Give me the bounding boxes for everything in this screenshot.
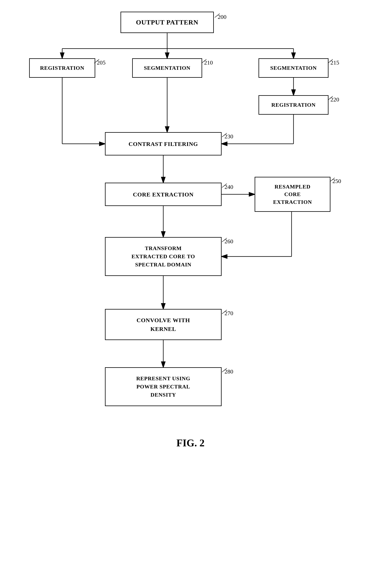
- ref-tick-280: [221, 367, 229, 373]
- registration-205-box: REGISTRATION: [29, 58, 95, 78]
- flow-arrows: [0, 0, 380, 588]
- ref-tick-200: [214, 13, 222, 18]
- contrast-filtering-box: CONTRAST FILTERING: [105, 132, 222, 155]
- fig-caption: FIG. 2: [146, 437, 235, 449]
- svg-line-20: [94, 59, 99, 63]
- ref-tick-250: [329, 177, 337, 183]
- svg-line-27: [222, 238, 227, 242]
- svg-line-29: [222, 368, 227, 372]
- svg-line-21: [202, 59, 207, 63]
- registration-220-box: REGISTRATION: [259, 95, 328, 115]
- segmentation-210-box: SEGMENTATION: [132, 58, 202, 78]
- ref-tick-260: [221, 237, 229, 243]
- ref-tick-210: [201, 58, 208, 64]
- ref-tick-270: [221, 309, 229, 315]
- segmentation-215-box: SEGMENTATION: [259, 58, 328, 78]
- transform-spectral-box: TRANSFORM EXTRACTED CORE TO SPECTRAL DOM…: [105, 237, 222, 276]
- svg-line-26: [330, 178, 335, 182]
- svg-line-28: [222, 310, 227, 314]
- svg-line-23: [328, 96, 333, 100]
- ref-tick-220: [327, 95, 335, 101]
- ref-tick-240: [221, 183, 229, 188]
- power-spectral-density-box: REPRESENT USING POWER SPECTRAL DENSITY: [105, 367, 222, 406]
- output-pattern-box: OUTPUT PATTERN: [120, 12, 214, 33]
- convolve-kernel-box: CONVOLVE WITH KERNEL: [105, 309, 222, 340]
- ref-tick-205: [93, 58, 101, 64]
- ref-tick-230: [221, 132, 229, 138]
- ref-tick-215: [327, 58, 335, 64]
- svg-line-25: [222, 184, 227, 187]
- resampled-core-extraction-box: RESAMPLED CORE EXTRACTION: [255, 177, 330, 212]
- svg-line-24: [222, 133, 227, 137]
- diagram-container: OUTPUT PATTERN 200 REGISTRATION 205 SEGM…: [0, 0, 380, 588]
- svg-line-22: [328, 59, 333, 63]
- svg-line-19: [215, 14, 220, 18]
- core-extraction-box: CORE EXTRACTION: [105, 183, 222, 206]
